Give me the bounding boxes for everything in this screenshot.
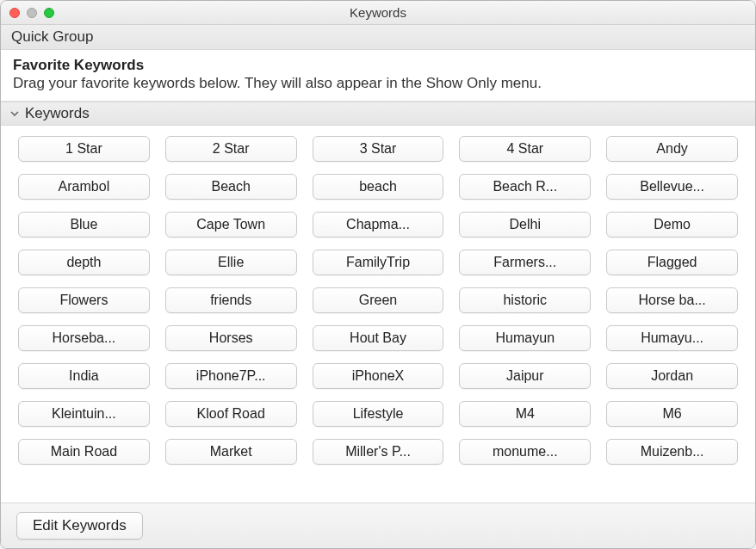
titlebar: Keywords: [1, 1, 755, 25]
keyword-button[interactable]: Jordan: [606, 363, 738, 389]
quick-group-header[interactable]: Quick Group: [1, 25, 755, 50]
keyword-button[interactable]: 3 Star: [313, 136, 444, 162]
keyword-button[interactable]: monume...: [459, 439, 591, 465]
keyword-button[interactable]: 1 Star: [18, 136, 150, 162]
favorites-description: Drag your favorite keywords below. They …: [13, 75, 743, 92]
keyword-button[interactable]: Blue: [18, 212, 150, 237]
keyword-button[interactable]: M4: [459, 401, 591, 427]
keyword-grid: 1 Star2 Star3 Star4 StarAndyArambolBeach…: [1, 126, 755, 503]
keyword-button[interactable]: FamilyTrip: [313, 250, 444, 275]
favorites-title: Favorite Keywords: [13, 57, 743, 74]
minimize-button[interactable]: [27, 8, 37, 18]
favorites-section: Favorite Keywords Drag your favorite key…: [1, 50, 755, 102]
keyword-button[interactable]: Horses: [165, 325, 297, 351]
keyword-button[interactable]: Muizenb...: [606, 439, 738, 465]
keyword-button[interactable]: Main Road: [18, 439, 150, 465]
keyword-button[interactable]: Beach: [165, 174, 297, 200]
keyword-button[interactable]: Miller's P...: [313, 439, 444, 465]
keyword-button[interactable]: Humayun: [459, 325, 591, 351]
keyword-button[interactable]: Jaipur: [459, 363, 591, 389]
keyword-button[interactable]: iPhoneX: [313, 363, 444, 389]
keyword-button[interactable]: Farmers...: [459, 250, 591, 275]
keyword-button[interactable]: Market: [165, 439, 297, 465]
keyword-button[interactable]: Bellevue...: [606, 174, 738, 200]
quick-group-label: Quick Group: [11, 28, 93, 45]
keyword-button[interactable]: 2 Star: [165, 136, 297, 162]
keyword-button[interactable]: depth: [18, 250, 150, 275]
keyword-button[interactable]: historic: [459, 287, 591, 313]
keyword-button[interactable]: Horseba...: [18, 325, 150, 351]
footer: Edit Keywords: [1, 503, 755, 548]
keyword-button[interactable]: Ellie: [165, 250, 297, 275]
keyword-button[interactable]: Demo: [606, 212, 738, 237]
close-button[interactable]: [9, 8, 20, 18]
keyword-button[interactable]: Humayu...: [606, 325, 738, 351]
chevron-down-icon[interactable]: [9, 108, 20, 119]
keyword-button[interactable]: Chapma...: [313, 212, 444, 237]
keywords-header[interactable]: Keywords: [1, 102, 755, 126]
keyword-button[interactable]: Horse ba...: [606, 287, 738, 313]
keyword-button[interactable]: Hout Bay: [313, 325, 444, 351]
keyword-button[interactable]: Andy: [606, 136, 738, 162]
keyword-button[interactable]: Green: [313, 287, 444, 313]
window-title: Keywords: [1, 5, 755, 20]
keyword-button[interactable]: Flagged: [606, 250, 738, 275]
keyword-button[interactable]: India: [18, 363, 150, 389]
keyword-button[interactable]: 4 Star: [459, 136, 591, 162]
keyword-button[interactable]: friends: [165, 287, 297, 313]
zoom-button[interactable]: [44, 8, 54, 18]
keyword-button[interactable]: iPhone7P...: [165, 363, 297, 389]
keyword-button[interactable]: Beach R...: [459, 174, 591, 200]
traffic-lights: [1, 8, 54, 18]
keyword-button[interactable]: beach: [313, 174, 444, 200]
keywords-section-label: Keywords: [25, 105, 90, 122]
keyword-button[interactable]: Lifestyle: [313, 401, 444, 427]
keyword-button[interactable]: Cape Town: [165, 212, 297, 237]
keyword-button[interactable]: Delhi: [459, 212, 591, 237]
keyword-button[interactable]: M6: [606, 401, 738, 427]
keyword-button[interactable]: Kloof Road: [165, 401, 297, 427]
keyword-button[interactable]: Flowers: [18, 287, 150, 313]
keywords-window: Keywords Quick Group Favorite Keywords D…: [0, 0, 756, 549]
edit-keywords-button[interactable]: Edit Keywords: [16, 512, 143, 540]
keyword-button[interactable]: Arambol: [18, 174, 150, 200]
keyword-button[interactable]: Kleintuin...: [18, 401, 150, 427]
